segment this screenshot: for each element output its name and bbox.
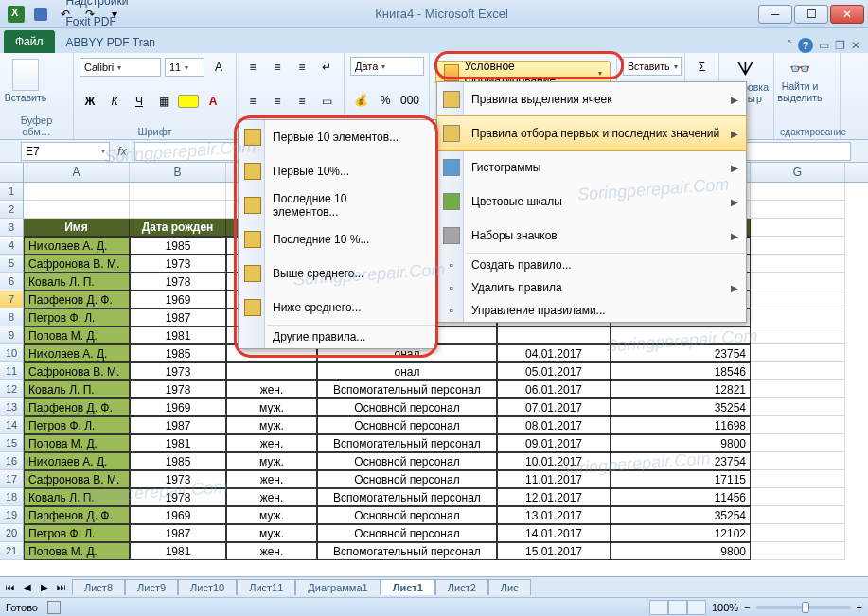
sheet-tab[interactable]: Лист8	[72, 579, 125, 595]
row-header[interactable]: 1	[0, 183, 24, 201]
cell[interactable]: 1973	[130, 470, 226, 488]
cell[interactable]: жен.	[226, 434, 317, 452]
cell[interactable]: 11456	[611, 488, 751, 506]
row-header[interactable]: 4	[0, 237, 24, 255]
sheet-tab[interactable]: Лист11	[237, 579, 295, 595]
cell[interactable]: 1987	[130, 524, 226, 542]
cell[interactable]: 07.01.2017	[497, 398, 611, 416]
sheet-tab[interactable]: Диаграмма1	[295, 579, 380, 595]
sheet-tab[interactable]: Лист2	[435, 579, 488, 595]
cell[interactable]: 1969	[130, 290, 226, 308]
cell[interactable]: 1985	[130, 452, 226, 470]
cell[interactable]: 12821	[611, 380, 751, 398]
cell[interactable]	[611, 326, 751, 344]
table-row[interactable]: 11Сафронова В. М.1973онал05.01.201718546	[0, 362, 868, 380]
grow-font-icon[interactable]: A	[208, 57, 229, 78]
cf-menu-item[interactable]: Правила отбора первых и последних значен…	[437, 116, 746, 150]
row-header[interactable]: 3	[0, 219, 24, 237]
fill-color-icon[interactable]	[178, 95, 199, 108]
topbottom-rule-item[interactable]: Первые 10 элементов...	[239, 120, 435, 154]
cell[interactable]	[497, 326, 611, 344]
row-header[interactable]: 19	[0, 506, 24, 524]
cell[interactable]: Основной персонал	[317, 452, 497, 470]
cell[interactable]: муж.	[226, 524, 317, 542]
table-row[interactable]: 14Петров Ф. Л.1987муж.Основной персонал0…	[0, 416, 868, 434]
close-button[interactable]: ✕	[830, 5, 864, 24]
row-header[interactable]: 21	[0, 542, 24, 560]
row-header[interactable]: 5	[0, 255, 24, 273]
ribbon-tab[interactable]: ABBYY PDF Tran	[57, 32, 165, 53]
number-format-combo[interactable]: Дата▾	[350, 57, 424, 76]
row-header[interactable]: 16	[0, 452, 24, 470]
cell[interactable]: Петров Ф. Л.	[24, 416, 130, 434]
view-layout-icon[interactable]	[668, 600, 687, 615]
zoom-level[interactable]: 100%	[712, 602, 738, 613]
maximize-button[interactable]: ☐	[794, 5, 828, 24]
cell[interactable]: Петров Ф. Л.	[24, 308, 130, 326]
table-row[interactable]: 12Коваль Л. П.1978жен.Вспомогательный пе…	[0, 380, 868, 398]
sheet-tab[interactable]: Лист10	[178, 579, 237, 595]
cell[interactable]: 09.01.2017	[497, 434, 611, 452]
cell[interactable]: Сафронова В. М.	[24, 470, 130, 488]
table-row[interactable]: 18Коваль Л. П.1978жен.Вспомогательный пе…	[0, 488, 868, 506]
fx-button[interactable]: fx	[110, 145, 134, 158]
help-icon[interactable]: ?	[798, 38, 813, 53]
cell[interactable]: 17115	[611, 470, 751, 488]
zoom-out-icon[interactable]: −	[744, 602, 750, 613]
cell[interactable]: жен.	[226, 380, 317, 398]
table-row[interactable]: 16Николаев А. Д.1985муж.Основной персона…	[0, 452, 868, 470]
cf-menu-item[interactable]: Гистограммы▶	[437, 150, 746, 185]
cell[interactable]: 1987	[130, 416, 226, 434]
zoom-in-icon[interactable]: +	[857, 602, 862, 613]
cell[interactable]: 1985	[130, 237, 226, 255]
cell[interactable]: Вспомогательный персонал	[317, 434, 497, 452]
cell[interactable]: муж.	[226, 416, 317, 434]
doc-minimize-icon[interactable]: ▭	[819, 39, 829, 52]
cell[interactable]: 11.01.2017	[497, 470, 611, 488]
cell[interactable]: 9800	[611, 434, 751, 452]
cell[interactable]: 08.01.2017	[497, 416, 611, 434]
underline-icon[interactable]: Ч	[129, 91, 150, 112]
name-box[interactable]: E7▾	[21, 142, 110, 161]
cell[interactable]: Вспомогательный персонал	[317, 542, 497, 560]
row-header[interactable]: 18	[0, 488, 24, 506]
cell[interactable]: Сафронова В. М.	[24, 255, 130, 273]
tab-nav-first-icon[interactable]: ⏮	[2, 579, 19, 596]
cell[interactable]: Попова М. Д.	[24, 326, 130, 344]
cell[interactable]: Основной персонал	[317, 416, 497, 434]
tab-file[interactable]: Файл	[4, 30, 55, 53]
cell[interactable]: онал	[317, 362, 497, 380]
row-header[interactable]: 2	[0, 201, 24, 219]
ribbon-tab[interactable]: Надстройки	[57, 0, 165, 11]
align-right-icon[interactable]: ≡	[292, 91, 312, 112]
cell[interactable]: Вспомогательный персонал	[317, 380, 497, 398]
align-top-icon[interactable]: ≡	[242, 57, 263, 78]
cell[interactable]: 10.01.2017	[497, 452, 611, 470]
cell[interactable]: 12102	[611, 524, 751, 542]
cf-menu-item[interactable]: Цветовые шкалы▶	[437, 185, 746, 219]
macro-record-icon[interactable]	[47, 601, 61, 614]
qat-save-icon[interactable]	[30, 4, 51, 25]
tab-nav-last-icon[interactable]: ⏭	[53, 579, 70, 596]
cell[interactable]: Парфенов Д. Ф.	[24, 506, 130, 524]
cell[interactable]: Основной персонал	[317, 398, 497, 416]
cell[interactable]: 1978	[130, 273, 226, 290]
topbottom-rule-item[interactable]: Последние 10 %...	[239, 222, 435, 256]
cell[interactable]: Основной персонал	[317, 470, 497, 488]
cell[interactable]: 18546	[611, 362, 751, 380]
cell[interactable]: 1981	[130, 326, 226, 344]
cell[interactable]: 15.01.2017	[497, 542, 611, 560]
cell[interactable]: Основной персонал	[317, 506, 497, 524]
cell[interactable]: 23754	[611, 452, 751, 470]
merge-icon[interactable]: ▭	[316, 91, 337, 112]
table-row[interactable]: 19Парфенов Д. Ф.1969муж.Основной персона…	[0, 506, 868, 524]
ribbon-minimize-icon[interactable]: ˄	[787, 39, 792, 52]
view-normal-icon[interactable]	[649, 600, 668, 615]
row-header[interactable]: 20	[0, 524, 24, 542]
table-row[interactable]: 20Петров Ф. Л.1987муж.Основной персонал1…	[0, 524, 868, 542]
italic-icon[interactable]: К	[104, 91, 125, 112]
cell[interactable]: Парфенов Д. Ф.	[24, 398, 130, 416]
cell[interactable]: жен.	[226, 470, 317, 488]
cell[interactable]: Вспомогательный персонал	[317, 488, 497, 506]
cf-menu-command[interactable]: ▫Управление правилами...	[437, 299, 746, 322]
